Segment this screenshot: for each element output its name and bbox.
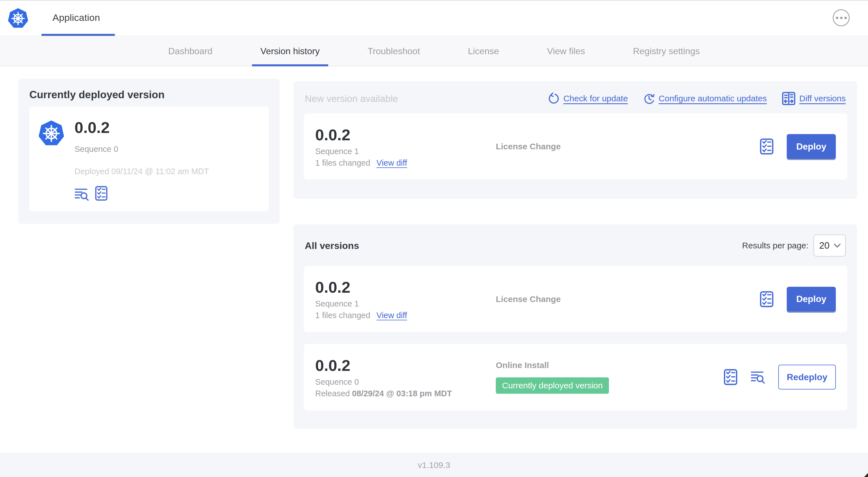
row-version-number: 0.0.2 — [315, 278, 496, 296]
kubernetes-app-icon — [38, 119, 65, 147]
tab-version-history[interactable]: Version history — [259, 36, 321, 66]
view-logs-button[interactable] — [751, 370, 765, 384]
configure-automatic-updates-label: Configure automatic updates — [659, 94, 767, 103]
diff-versions-icon — [782, 91, 796, 106]
row-sequence: Sequence 1 — [315, 299, 496, 308]
released-date: 08/29/24 @ 03:18 pm MDT — [352, 389, 452, 398]
view-logs-button[interactable] — [74, 187, 89, 201]
results-per-page-value: 20 — [819, 240, 830, 251]
deployed-sequence: Sequence 0 — [74, 145, 209, 154]
row-released-timestamp: Released 08/29/24 @ 03:18 pm MDT — [315, 389, 496, 398]
preflight-checks-button[interactable] — [95, 186, 108, 201]
overflow-menu-button[interactable] — [833, 9, 850, 26]
console-version: v1.109.3 — [417, 460, 450, 470]
tab-view-files[interactable]: View files — [546, 36, 587, 66]
mouse-cursor — [862, 473, 868, 477]
ellipsis-icon — [844, 17, 847, 19]
view-logs-icon — [751, 370, 765, 384]
version-actions: Check for update Configure automatic upd… — [548, 91, 846, 106]
results-per-page-label: Results per page: — [742, 241, 808, 250]
row-source-label: Online Install — [496, 360, 549, 370]
row-sequence: Sequence 0 — [315, 377, 496, 387]
files-changed-text: 1 files changed — [315, 158, 370, 168]
currently-deployed-badge: Currently deployed version — [496, 377, 609, 394]
new-version-title: New version available — [305, 93, 398, 104]
app-tab-active-underline — [41, 34, 115, 36]
files-changed-text: 1 files changed — [315, 311, 370, 320]
preflight-checklist-icon — [723, 368, 738, 386]
kubernetes-logo-icon — [7, 7, 29, 29]
auto-update-icon — [643, 93, 655, 105]
row-source-label: License Change — [496, 294, 561, 304]
row-version-number: 0.0.2 — [315, 356, 496, 375]
check-for-update-link[interactable]: Check for update — [548, 93, 627, 105]
diff-versions-link[interactable]: Diff versions — [782, 91, 846, 106]
view-logs-icon — [74, 187, 89, 201]
app-title-tab[interactable]: Application — [53, 1, 100, 34]
all-versions-panel: All versions Results per page: 20 0.0.2 … — [293, 225, 857, 428]
tab-registry-settings[interactable]: Registry settings — [631, 36, 702, 66]
preflight-checklist-icon — [760, 138, 774, 155]
version-row-sequence-1: 0.0.2 Sequence 1 1 files changed View di… — [304, 266, 847, 332]
preflight-checklist-icon — [760, 291, 774, 308]
currently-deployed-title: Currently deployed version — [29, 89, 269, 101]
nav-tabs: Dashboard Version history Troubleshoot L… — [0, 36, 868, 66]
row-sequence: Sequence 1 — [315, 147, 496, 156]
all-versions-title: All versions — [305, 240, 359, 251]
deployed-version-number: 0.0.2 — [74, 118, 209, 137]
tab-license[interactable]: License — [466, 36, 501, 66]
currently-deployed-card: 0.0.2 Sequence 0 Deployed 09/11/24 @ 11:… — [29, 107, 269, 211]
admin-console-page: Application Dashboard Version history Tr… — [0, 0, 868, 477]
deploy-button[interactable]: Deploy — [787, 287, 836, 311]
diff-versions-label: Diff versions — [799, 94, 846, 103]
tab-troubleshoot[interactable]: Troubleshoot — [366, 36, 422, 66]
redeploy-button[interactable]: Redeploy — [778, 365, 836, 389]
preflight-checks-button[interactable] — [760, 138, 774, 155]
row-version-number: 0.0.2 — [315, 126, 496, 144]
version-row-sequence-0: 0.0.2 Sequence 0 Released 08/29/24 @ 03:… — [304, 344, 847, 410]
chevron-down-icon — [834, 243, 841, 248]
released-prefix: Released — [315, 389, 350, 398]
preflight-checks-button[interactable] — [760, 291, 774, 308]
results-per-page-select[interactable]: 20 — [813, 235, 846, 257]
row-source-label: License Change — [496, 142, 561, 151]
preflight-checklist-icon — [95, 186, 108, 201]
check-for-update-label: Check for update — [563, 94, 627, 103]
tab-dashboard[interactable]: Dashboard — [166, 36, 214, 66]
app-header: Application — [0, 1, 868, 36]
deploy-button[interactable]: Deploy — [787, 134, 836, 159]
currently-deployed-panel: Currently deployed version 0.0.2 Sequenc… — [18, 79, 280, 224]
configure-automatic-updates-link[interactable]: Configure automatic updates — [643, 93, 767, 105]
new-version-row: 0.0.2 Sequence 1 1 files changed View di… — [304, 114, 847, 180]
view-diff-link[interactable]: View diff — [376, 158, 407, 168]
ellipsis-icon — [840, 17, 843, 19]
ellipsis-icon — [836, 17, 838, 19]
view-diff-link[interactable]: View diff — [376, 311, 407, 320]
refresh-icon — [548, 93, 560, 105]
new-version-panel: New version available Check for update C… — [293, 81, 857, 199]
app-footer: v1.109.3 — [0, 452, 868, 477]
deployed-timestamp: Deployed 09/11/24 @ 11:02 am MDT — [74, 167, 209, 176]
preflight-checks-button[interactable] — [723, 368, 738, 386]
